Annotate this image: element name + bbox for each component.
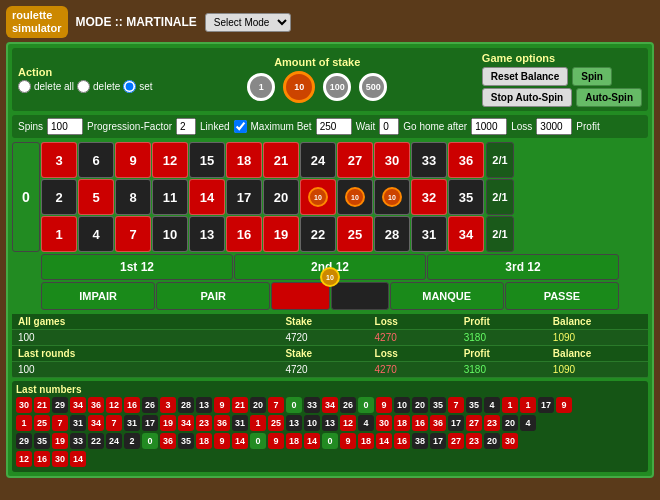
last-num-23: 23 <box>484 415 500 431</box>
number-cell-4[interactable]: 4 <box>78 216 114 252</box>
number-cell-33[interactable]: 33 <box>411 142 447 178</box>
wait-input[interactable] <box>379 118 399 135</box>
progression-input[interactable] <box>176 118 196 135</box>
last-num-16: 16 <box>124 397 140 413</box>
number-cell-36[interactable]: 36 <box>448 142 484 178</box>
number-cell-16[interactable]: 16 <box>226 216 262 252</box>
number-cell-1[interactable]: 1 <box>41 216 77 252</box>
number-cell-27[interactable]: 27 <box>337 142 373 178</box>
select-mode-dropdown[interactable]: Select Mode <box>205 13 291 32</box>
last-rounds-header: Last rounds Stake Loss Profit Balance <box>12 346 648 362</box>
last-num-16: 16 <box>394 433 410 449</box>
set-radio[interactable] <box>123 80 136 93</box>
linked-label: Linked <box>200 121 229 132</box>
red-cell[interactable] <box>271 282 329 310</box>
ratio-2-1-mid[interactable]: 2/1 <box>486 179 514 215</box>
last-num-12: 12 <box>106 397 122 413</box>
impair-cell[interactable]: IMPAIR <box>41 282 155 310</box>
delete-all-radio[interactable] <box>18 80 31 93</box>
last-num-13: 13 <box>196 397 212 413</box>
last-numbers-row-3: 12163014 <box>16 451 644 467</box>
number-cell-5[interactable]: 5 <box>78 179 114 215</box>
number-cell-35[interactable]: 35 <box>448 179 484 215</box>
number-cell-24[interactable]: 24 <box>300 142 336 178</box>
number-cell-7[interactable]: 7 <box>115 216 151 252</box>
number-cell-6[interactable]: 6 <box>78 142 114 178</box>
last-num-17: 17 <box>538 397 554 413</box>
last-num-0: 0 <box>142 433 158 449</box>
number-cell-19[interactable]: 19 <box>263 216 299 252</box>
max-bet-input[interactable] <box>316 118 352 135</box>
ratio-2-1-bot[interactable]: 2/1 <box>486 216 514 252</box>
chip-500[interactable]: 500 <box>359 73 387 101</box>
manque-cell[interactable]: MANQUE <box>390 282 504 310</box>
loss-input[interactable] <box>536 118 572 135</box>
last-num-14: 14 <box>304 433 320 449</box>
black-cell[interactable] <box>331 282 389 310</box>
number-cell-3[interactable]: 3 <box>41 142 77 178</box>
game-options-label: Game options <box>482 52 555 64</box>
number-cell-20[interactable]: 20 <box>263 179 299 215</box>
all-games-loss: 4270 <box>375 332 464 343</box>
reset-balance-button[interactable]: Reset Balance <box>482 67 568 86</box>
last-numbers-row-1: 1257313473117193423363112513101312430181… <box>16 415 644 431</box>
go-home-input[interactable] <box>471 118 507 135</box>
last-rounds-value: 100 <box>18 364 196 375</box>
dozen-3rd[interactable]: 3rd 12 <box>427 254 619 280</box>
dozen-2nd[interactable]: 2nd 12 10 <box>234 254 426 280</box>
number-cell-11[interactable]: 11 <box>152 179 188 215</box>
chip-100[interactable]: 100 <box>323 73 351 101</box>
chip-token-26: 10 <box>345 187 365 207</box>
logo: roulette simulator <box>6 6 68 38</box>
number-cell-12[interactable]: 12 <box>152 142 188 178</box>
number-cell-17[interactable]: 17 <box>226 179 262 215</box>
stop-auto-spin-button[interactable]: Stop Auto-Spin <box>482 88 572 107</box>
last-num-24: 24 <box>106 433 122 449</box>
number-cell-22[interactable]: 22 <box>300 216 336 252</box>
all-games-label: All games <box>18 316 196 327</box>
number-cell-28[interactable]: 28 <box>374 216 410 252</box>
number-cell-8[interactable]: 8 <box>115 179 151 215</box>
number-cell-25[interactable]: 25 <box>337 216 373 252</box>
number-cell-9[interactable]: 9 <box>115 142 151 178</box>
passe-cell[interactable]: PASSE <box>505 282 619 310</box>
spin-button[interactable]: Spin <box>572 67 612 86</box>
zero-cell[interactable]: 0 <box>12 142 40 252</box>
pair-cell[interactable]: PAIR <box>156 282 270 310</box>
chip-1[interactable]: 1 <box>247 73 275 101</box>
number-cell-30[interactable]: 30 <box>374 142 410 178</box>
last-num-4: 4 <box>484 397 500 413</box>
number-cell-15[interactable]: 15 <box>189 142 225 178</box>
last-rounds-balance: 1090 <box>553 364 642 375</box>
last-num-21: 21 <box>34 397 50 413</box>
last-num-1: 1 <box>250 415 266 431</box>
number-cell-14[interactable]: 14 <box>189 179 225 215</box>
last-num-0: 0 <box>286 397 302 413</box>
number-cell-18[interactable]: 18 <box>226 142 262 178</box>
ratio-2-1-top[interactable]: 2/1 <box>486 142 514 178</box>
dozen-1st[interactable]: 1st 12 <box>41 254 233 280</box>
number-cell-10[interactable]: 10 <box>152 216 188 252</box>
number-cell-2[interactable]: 2 <box>41 179 77 215</box>
number-cell-29[interactable]: 2910 <box>374 179 410 215</box>
last-num-38: 38 <box>412 433 428 449</box>
chip-10[interactable]: 10 <box>283 71 315 103</box>
auto-spin-button[interactable]: Auto-Spin <box>576 88 642 107</box>
number-cell-31[interactable]: 31 <box>411 216 447 252</box>
last-num-20: 20 <box>412 397 428 413</box>
last-num-30: 30 <box>376 415 392 431</box>
number-cell-21[interactable]: 21 <box>263 142 299 178</box>
last-num-18: 18 <box>196 433 212 449</box>
number-cell-34[interactable]: 34 <box>448 216 484 252</box>
number-cell-23[interactable]: 2310 <box>300 179 336 215</box>
linked-checkbox[interactable] <box>234 120 247 133</box>
last-num-13: 13 <box>322 415 338 431</box>
number-cell-13[interactable]: 13 <box>189 216 225 252</box>
last-num-36: 36 <box>430 415 446 431</box>
last-num-25: 25 <box>268 415 284 431</box>
delete-radio[interactable] <box>77 80 90 93</box>
spins-input[interactable] <box>47 118 83 135</box>
number-cell-26[interactable]: 2610 <box>337 179 373 215</box>
number-cell-32[interactable]: 32 <box>411 179 447 215</box>
last-num-4: 4 <box>520 415 536 431</box>
